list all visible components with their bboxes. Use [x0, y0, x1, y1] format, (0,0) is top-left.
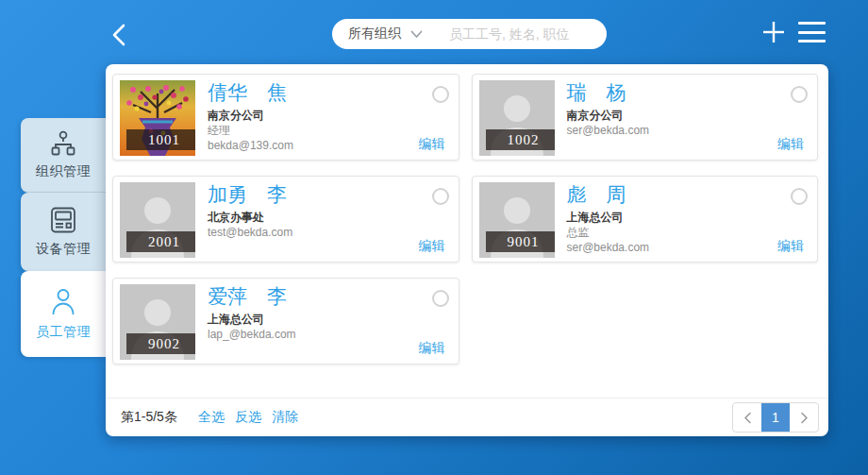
page-number-current[interactable]: 1: [761, 403, 790, 432]
edit-employee-link[interactable]: 编辑: [419, 136, 445, 153]
employee-info: 倩华 焦 南京分公司 经理 bekda@139.com: [208, 80, 421, 153]
employee-list-panel: 1001 倩华 焦 南京分公司 经理 bekda@139.com 编辑 1002…: [106, 64, 828, 436]
pagination: 1: [732, 402, 819, 433]
employee-name: 瑞 杨: [567, 80, 780, 105]
edit-employee-link[interactable]: 编辑: [419, 340, 445, 357]
employee-info: 彪 周 上海总公司 总监 ser@bekda.com: [567, 182, 780, 255]
sidebar-item-organization[interactable]: 组织管理: [21, 118, 106, 193]
sidebar-item-label: 设备管理: [36, 241, 91, 258]
list-footer: 第1-5/5条 全选 反选 清除 1: [106, 398, 828, 436]
employee-photo: 1002: [479, 80, 555, 156]
hamburger-icon: [798, 22, 826, 25]
select-employee-radio[interactable]: [432, 290, 449, 307]
employee-email: test@bekda.com: [208, 225, 421, 240]
next-page-button[interactable]: [790, 403, 818, 432]
search-input[interactable]: [436, 19, 607, 49]
employee-id-badge: 9002: [126, 333, 195, 354]
select-employee-radio[interactable]: [432, 86, 449, 103]
employee-organization: 上海总公司: [208, 312, 421, 327]
select-employee-radio[interactable]: [791, 188, 808, 205]
employee-email: lap_@bekda.com: [208, 327, 421, 342]
employee-card[interactable]: 9002 爱萍 李 上海总公司 lap_@bekda.com 编辑: [112, 278, 459, 365]
device-icon: [47, 206, 79, 234]
record-count: 第1-5/5条: [121, 409, 177, 426]
select-employee-radio[interactable]: [432, 188, 449, 205]
employee-organization: 北京办事处: [208, 210, 421, 225]
chevron-right-icon: [800, 412, 809, 424]
menu-button[interactable]: [798, 22, 826, 42]
employee-card[interactable]: 2001 加勇 李 北京办事处 test@bekda.com 编辑: [112, 176, 459, 263]
employee-id-badge: 1002: [486, 129, 555, 150]
employee-email: ser@bekda.com: [567, 123, 780, 138]
invert-selection-link[interactable]: 反选: [235, 409, 261, 426]
employee-info: 加勇 李 北京办事处 test@bekda.com: [208, 182, 421, 240]
employee-info: 爱萍 李 上海总公司 lap_@bekda.com: [208, 284, 421, 342]
back-button[interactable]: [108, 21, 132, 49]
edit-employee-link[interactable]: 编辑: [777, 136, 804, 153]
employee-organization: 南京分公司: [208, 108, 421, 123]
org-filter-value: 所有组织: [348, 25, 401, 42]
employee-organization: 南京分公司: [567, 108, 780, 123]
employee-email: bekda@139.com: [208, 138, 421, 153]
plus-icon: [760, 19, 787, 45]
employee-photo: 1001: [120, 80, 195, 156]
employee-name: 彪 周: [567, 182, 780, 207]
employee-organization: 上海总公司: [567, 210, 780, 225]
clear-selection-link[interactable]: 清除: [272, 409, 298, 426]
employee-photo: 9002: [120, 284, 195, 360]
chevron-down-icon: [410, 30, 423, 39]
chevron-left-icon: [743, 412, 752, 424]
employee-name: 加勇 李: [208, 182, 421, 207]
employee-photo: 9001: [479, 182, 555, 258]
select-all-link[interactable]: 全选: [198, 409, 225, 426]
search-bar: 所有组织: [332, 19, 607, 49]
sidebar-item-label: 组织管理: [36, 163, 91, 180]
hamburger-icon: [798, 40, 826, 42]
employee-name: 倩华 焦: [208, 80, 421, 105]
person-icon: [50, 287, 76, 317]
select-employee-radio[interactable]: [791, 86, 808, 103]
edit-employee-link[interactable]: 编辑: [419, 238, 445, 255]
employee-photo: 2001: [120, 182, 195, 258]
employee-card[interactable]: 1002 瑞 杨 南京分公司 ser@bekda.com 编辑: [472, 74, 819, 161]
sidebar-item-devices[interactable]: 设备管理: [21, 193, 106, 271]
employee-card-grid: 1001 倩华 焦 南京分公司 经理 bekda@139.com 编辑 1002…: [112, 74, 818, 365]
sidebar-item-label: 员工管理: [36, 324, 91, 341]
hamburger-icon: [798, 31, 826, 34]
employee-job-title: 经理: [208, 123, 421, 138]
sidebar-item-employees[interactable]: 员工管理: [21, 271, 106, 357]
edit-employee-link[interactable]: 编辑: [777, 238, 804, 255]
employee-id-badge: 9001: [486, 231, 555, 252]
employee-id-badge: 1001: [126, 129, 195, 150]
chevron-left-icon: [108, 21, 132, 49]
prev-page-button[interactable]: [733, 403, 761, 432]
add-employee-button[interactable]: [760, 19, 787, 45]
employee-card[interactable]: 9001 彪 周 上海总公司 总监 ser@bekda.com 编辑: [472, 176, 819, 263]
employee-id-badge: 2001: [126, 231, 195, 252]
org-filter-dropdown[interactable]: 所有组织: [332, 19, 436, 49]
sitemap-icon: [48, 130, 78, 157]
employee-email: ser@bekda.com: [567, 240, 780, 255]
employee-name: 爱萍 李: [208, 284, 421, 309]
sidebar: 组织管理 设备管理 员工管理: [21, 118, 106, 357]
employee-card[interactable]: 1001 倩华 焦 南京分公司 经理 bekda@139.com 编辑: [112, 74, 459, 161]
employee-info: 瑞 杨 南京分公司 ser@bekda.com: [567, 80, 780, 138]
employee-job-title: 总监: [567, 225, 780, 240]
